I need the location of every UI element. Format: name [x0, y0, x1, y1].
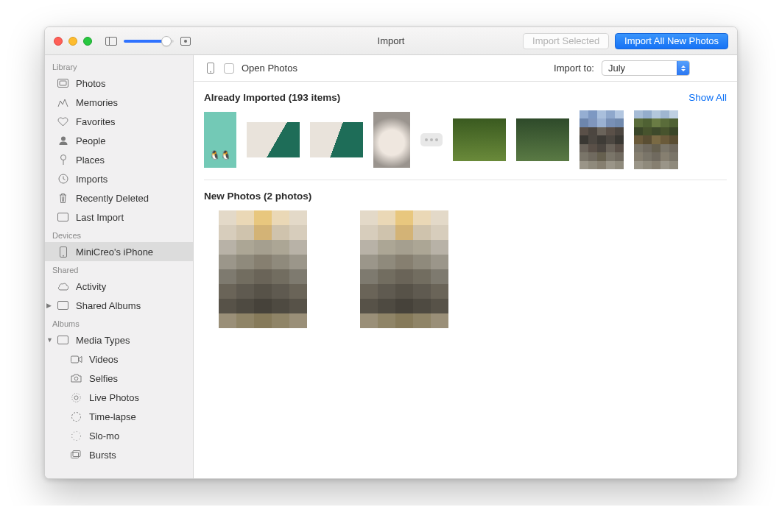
bursts-icon [70, 449, 82, 461]
sidebar-item-label: Media Types [76, 335, 130, 346]
sidebar-item-favorites[interactable]: Favorites [45, 112, 193, 131]
svg-point-14 [63, 255, 64, 256]
new-photos-heading: New Photos (2 photos) [204, 191, 311, 202]
sidebar-item-label: Shared Albums [76, 300, 141, 311]
photo-thumbnail[interactable]: 🐧🐧 [204, 112, 236, 168]
sidebar-item-imports[interactable]: Imports [45, 169, 193, 188]
svg-rect-12 [58, 213, 68, 221]
sidebar-item-activity[interactable]: Activity [45, 277, 193, 296]
sidebar-item-slomo[interactable]: Slo-mo [45, 426, 193, 445]
sidebar-item-last-import[interactable]: Last Import [45, 208, 193, 227]
sidebar-item-label: Memories [76, 97, 118, 108]
sidebar-item-shared-albums[interactable]: ▶ Shared Albums [45, 296, 193, 315]
sidebar-item-people[interactable]: People [45, 131, 193, 150]
sidebar-item-timelapse[interactable]: Time-lapse [45, 407, 193, 426]
sidebar-item-label: Live Photos [89, 392, 139, 403]
sidebar-item-label: Last Import [76, 212, 124, 223]
video-icon [70, 353, 82, 366]
sidebar-item-label: Favorites [76, 116, 115, 127]
chevron-updown-icon [677, 61, 689, 75]
album-icon [57, 334, 69, 347]
window-title: Import [45, 35, 737, 46]
sidebar-item-label: Bursts [89, 450, 116, 461]
disclosure-triangle-icon[interactable]: ▼ [46, 336, 53, 344]
iphone-icon [57, 246, 69, 258]
svg-rect-5 [60, 81, 66, 85]
sidebar-item-label: Photos [76, 78, 105, 89]
sidebar-item-places[interactable]: Places [45, 150, 193, 169]
photo-thumbnail[interactable] [373, 112, 410, 168]
iphone-icon [204, 62, 216, 74]
sidebar-item-videos[interactable]: Videos [45, 350, 193, 369]
svg-point-18 [74, 377, 78, 380]
svg-rect-17 [71, 356, 78, 363]
sidebar-item-label: MiniCreo's iPhone [76, 247, 153, 258]
album-icon [57, 299, 69, 312]
already-imported-strip: 🐧🐧 [204, 110, 727, 180]
heart-icon [57, 116, 69, 128]
sidebar-item-media-types[interactable]: ▼ Media Types [45, 330, 193, 350]
photos-app-window: Import Import Selected Import All New Ph… [44, 26, 738, 479]
photo-thumbnail[interactable] [310, 122, 363, 157]
new-photos-row [204, 210, 727, 328]
timelapse-icon [70, 411, 82, 423]
live-photos-icon [70, 391, 82, 404]
camera-icon [70, 372, 82, 385]
photo-thumbnail[interactable] [634, 110, 678, 169]
svg-rect-24 [73, 451, 80, 457]
svg-point-22 [72, 431, 81, 440]
photo-thumbnail[interactable] [516, 118, 569, 161]
sidebar-item-label: Time-lapse [89, 411, 136, 422]
main-content: Open Photos Import to: July Already Impo… [194, 55, 737, 478]
sidebar-item-selfies[interactable]: Selfies [45, 369, 193, 388]
already-imported-heading: Already Imported (193 items) [204, 92, 340, 103]
import-to-dropdown[interactable]: July [602, 60, 690, 76]
more-indicator[interactable] [420, 133, 443, 146]
svg-point-20 [72, 393, 81, 402]
memories-icon [57, 96, 69, 109]
svg-point-7 [60, 155, 66, 160]
titlebar: Import Import Selected Import All New Ph… [45, 27, 737, 55]
disclosure-triangle-icon[interactable]: ▶ [46, 302, 52, 309]
photo-thumbnail[interactable] [580, 110, 624, 169]
photos-icon [57, 77, 69, 90]
svg-rect-23 [71, 453, 78, 458]
pin-icon [57, 154, 69, 166]
sidebar-section-shared: Shared [45, 261, 193, 277]
sidebar-item-label: Selfies [89, 373, 118, 384]
sidebar-item-bursts[interactable]: Bursts [45, 445, 193, 464]
sidebar-item-label: Activity [76, 281, 106, 292]
open-photos-label: Open Photos [242, 63, 297, 74]
sidebar-item-label: People [76, 135, 105, 146]
svg-rect-15 [58, 302, 68, 310]
clock-icon [57, 173, 69, 185]
sidebar-item-recently-deleted[interactable]: Recently Deleted [45, 188, 193, 208]
svg-point-21 [72, 412, 81, 421]
sidebar-section-albums: Albums [45, 315, 193, 330]
sidebar-item-label: Imports [76, 174, 108, 185]
sidebar-item-label: Recently Deleted [76, 193, 149, 204]
open-photos-checkbox[interactable] [224, 63, 234, 74]
svg-point-6 [61, 137, 66, 141]
sidebar-item-live-photos[interactable]: Live Photos [45, 388, 193, 407]
slomo-icon [70, 430, 82, 442]
show-all-link[interactable]: Show All [688, 92, 727, 103]
new-photo-thumbnail[interactable] [360, 210, 448, 328]
trash-icon [57, 192, 69, 205]
photo-thumbnail[interactable] [453, 118, 506, 161]
sidebar-item-label: Slo-mo [89, 430, 119, 441]
cloud-icon [57, 280, 69, 293]
svg-point-19 [74, 396, 78, 400]
import-subtoolbar: Open Photos Import to: July [194, 55, 737, 82]
sidebar-item-label: Videos [89, 354, 119, 365]
sidebar-section-library: Library [45, 58, 193, 74]
import-to-label: Import to: [554, 63, 594, 74]
album-icon [57, 211, 69, 224]
sidebar-section-devices: Devices [45, 227, 193, 242]
sidebar-item-device-iphone[interactable]: MiniCreo's iPhone [45, 242, 193, 261]
new-photo-thumbnail[interactable] [219, 210, 307, 328]
person-icon [57, 135, 69, 147]
sidebar-item-photos[interactable]: Photos [45, 74, 193, 93]
sidebar-item-memories[interactable]: Memories [45, 93, 193, 112]
photo-thumbnail[interactable] [247, 122, 300, 157]
